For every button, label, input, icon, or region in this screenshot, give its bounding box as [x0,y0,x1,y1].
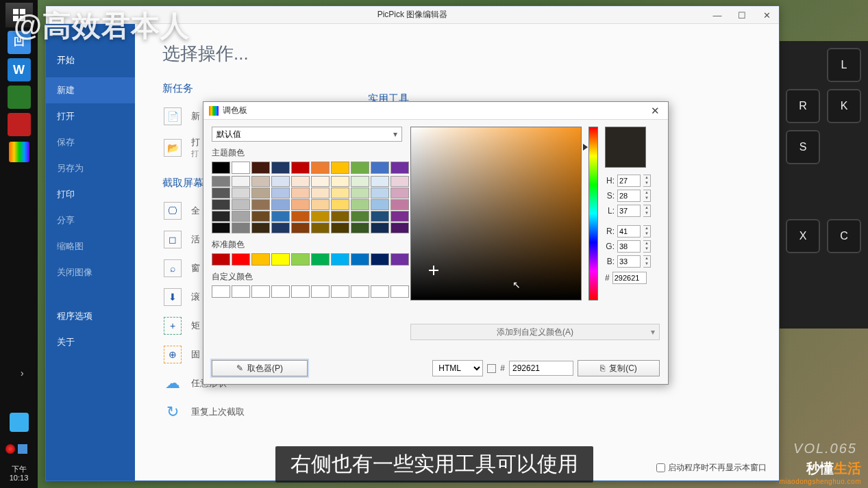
sv-gradient[interactable]: ↖ [410,127,582,300]
taskbar-clock[interactable]: 下午 10:13 [0,465,38,483]
taskbar-expand[interactable]: › [21,368,24,378]
color-swatch[interactable] [291,188,310,198]
color-swatch[interactable] [311,222,330,233]
color-swatch[interactable] [232,285,250,298]
color-swatch[interactable] [390,222,409,233]
color-swatch[interactable] [331,199,349,210]
color-swatch[interactable] [371,211,389,222]
color-swatch[interactable] [291,199,310,210]
l-input[interactable] [617,205,641,217]
color-swatch[interactable] [351,188,369,198]
format-select[interactable]: HTML [432,360,483,376]
taskbar-app-3[interactable] [5,85,33,110]
color-swatch[interactable] [390,199,409,210]
close-button[interactable]: ✕ [754,6,779,24]
spinner[interactable]: ▲▼ [643,175,651,187]
color-swatch[interactable] [311,199,330,210]
eyedropper-button[interactable]: ✎ 取色器(P) [212,360,308,376]
color-swatch[interactable] [271,176,290,187]
menu-share[interactable]: 分享 [46,207,135,233]
copy-button[interactable]: ⎘ 复制(C) [578,360,660,376]
add-to-custom-button[interactable]: 添加到自定义颜色(A) ▾ [410,324,660,340]
system-tray[interactable] [5,444,27,454]
color-swatch[interactable] [390,176,409,187]
item-repeat[interactable]: ↻重复上次截取 [162,398,361,426]
color-swatch[interactable] [232,162,250,174]
color-swatch[interactable] [331,176,349,187]
color-swatch[interactable] [251,176,270,187]
color-swatch[interactable] [291,211,310,222]
taskbar-app-2[interactable]: W [5,57,33,82]
menu-save[interactable]: 保存 [46,129,135,155]
color-swatch[interactable] [371,188,389,198]
color-swatch[interactable] [251,253,270,266]
color-swatch[interactable] [351,162,369,174]
color-swatch[interactable] [291,176,310,187]
color-swatch[interactable] [212,222,230,233]
color-swatch[interactable] [351,211,369,222]
color-swatch[interactable] [390,253,409,266]
color-swatch[interactable] [271,188,290,198]
color-swatch[interactable] [232,199,250,210]
checkbox-input[interactable] [656,463,665,472]
taskbar-picpick[interactable] [5,140,33,164]
color-swatch[interactable] [371,176,389,187]
color-swatch[interactable] [351,285,369,298]
menu-print[interactable]: 打印 [46,181,135,207]
color-swatch[interactable] [371,253,389,266]
color-swatch[interactable] [291,162,310,174]
color-swatch[interactable] [212,176,230,187]
color-swatch[interactable] [232,211,250,222]
color-swatch[interactable] [251,285,270,298]
menu-start[interactable]: 开始 [46,54,135,73]
dialog-close-button[interactable]: ✕ [647,105,664,117]
maximize-button[interactable]: ☐ [730,6,754,24]
color-swatch[interactable] [311,285,330,298]
format-hex-input[interactable] [509,361,573,376]
h-input[interactable] [617,175,641,187]
color-swatch[interactable] [331,188,349,198]
spinner[interactable]: ▲▼ [643,190,651,202]
color-swatch[interactable] [212,199,230,210]
color-swatch[interactable] [331,222,349,233]
color-swatch[interactable] [271,162,290,174]
dialog-titlebar[interactable]: 调色板 ✕ [203,102,668,120]
color-swatch[interactable] [271,199,290,210]
color-swatch[interactable] [251,188,270,198]
color-swatch[interactable] [271,253,290,266]
spinner[interactable]: ▲▼ [643,255,651,268]
color-swatch[interactable] [351,176,369,187]
color-swatch[interactable] [212,285,230,298]
color-swatch[interactable] [371,285,389,298]
color-swatch[interactable] [212,188,230,198]
color-swatch[interactable] [390,188,409,198]
color-swatch[interactable] [291,253,310,266]
color-swatch[interactable] [371,199,389,210]
color-swatch[interactable] [331,285,349,298]
menu-new[interactable]: 新建 [46,77,135,103]
color-swatch[interactable] [251,199,270,210]
b-input[interactable] [617,255,641,268]
spinner[interactable]: ▲▼ [643,225,651,237]
color-swatch[interactable] [371,162,389,174]
hex-input[interactable] [612,272,647,284]
color-swatch[interactable] [390,211,409,222]
color-swatch[interactable] [291,222,310,233]
spinner[interactable]: ▲▼ [643,205,651,217]
menu-about[interactable]: 关于 [46,329,135,355]
color-swatch[interactable] [251,211,270,222]
color-swatch[interactable] [291,285,310,298]
color-swatch[interactable] [311,188,330,198]
color-swatch[interactable] [351,222,369,233]
color-swatch[interactable] [311,253,330,266]
menu-open[interactable]: 打开 [46,103,135,129]
color-swatch[interactable] [251,222,270,233]
color-swatch[interactable] [232,253,250,266]
hue-slider[interactable] [588,127,598,300]
color-swatch[interactable] [212,162,230,174]
format-checkbox[interactable] [487,364,496,373]
menu-thumb[interactable]: 缩略图 [46,233,135,259]
spinner[interactable]: ▲▼ [643,240,651,253]
color-swatch[interactable] [251,162,270,174]
preset-dropdown[interactable]: 默认值 ▾ [212,127,402,142]
